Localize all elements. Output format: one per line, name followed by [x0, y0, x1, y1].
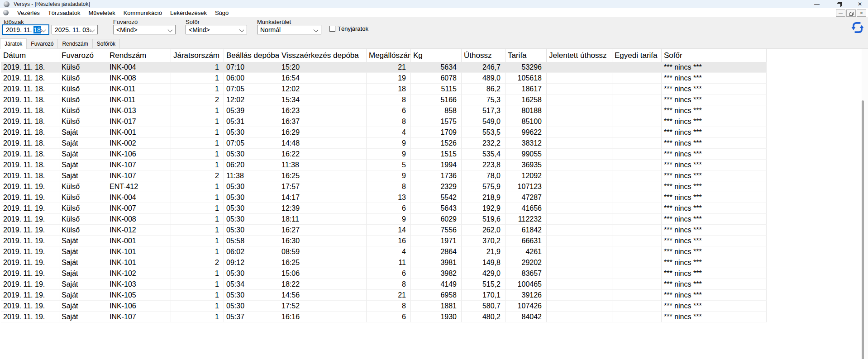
cell-kg: 6029	[411, 214, 462, 225]
table-row[interactable]: 2019. 11. 19.SajátINK-101106:0208:594286…	[1, 246, 767, 257]
cell-megalloszam: 6	[367, 268, 411, 279]
cell-beallas-depoba: 09:12	[224, 257, 279, 268]
sofor-value: <Mind>	[189, 26, 210, 33]
cell-uthossz: 246,7	[462, 62, 506, 73]
cell-fuvarozo: Saját	[59, 268, 107, 279]
table-row[interactable]: 2019. 11. 19.SajátINK-101209:1216:251139…	[1, 257, 767, 268]
cell-megalloszam: 6	[367, 105, 411, 116]
table-row[interactable]: 2019. 11. 18.SajátINK-107106:2011:385199…	[1, 160, 767, 170]
cell-megalloszam: 14	[367, 225, 411, 236]
table-row[interactable]: 2019. 11. 18.KülsőINK-011107:0512:021851…	[1, 84, 767, 94]
table-row[interactable]: 2019. 11. 19.KülsőINK-008105:3018:119602…	[1, 214, 767, 225]
column-header-tarifa[interactable]: Tarifa	[506, 49, 547, 62]
mdi-minimize-icon[interactable]: —	[836, 9, 845, 17]
cell-visszaerkezes-depoba: 16:25	[279, 257, 367, 268]
cell-beallas-depoba: 07:05	[224, 84, 279, 94]
tab-soforok[interactable]: Sofőrök	[92, 39, 120, 48]
tenyjaratok-checkbox[interactable]	[329, 26, 335, 32]
cell-uthossz: 170,1	[462, 290, 506, 301]
cell-fuvarozo: Saját	[59, 138, 107, 149]
sofor-select[interactable]: <Mind>	[186, 25, 247, 34]
table-row[interactable]: 2019. 11. 19.SajátINK-103105:3418:228414…	[1, 279, 767, 290]
munkaterulet-select[interactable]: Normál	[257, 25, 321, 34]
cell-jelentett-uthossz	[547, 116, 612, 127]
cell-uthossz: 515,2	[462, 279, 506, 290]
cell-fuvarozo: Saját	[59, 257, 107, 268]
grid-body: 2019. 11. 18.KülsőINK-004107:1015:202156…	[1, 62, 767, 322]
menu-muveletek[interactable]: Műveletek	[84, 9, 119, 17]
column-header-megalloszam[interactable]: Megállószám	[367, 49, 411, 62]
cell-egyedi-tarifa	[612, 301, 662, 312]
table-row[interactable]: 2019. 11. 19.KülsőINK-004105:3014:171355…	[1, 192, 767, 203]
restore-icon[interactable]	[831, 0, 846, 8]
tab-fuvarozo[interactable]: Fuvarozó	[26, 39, 58, 48]
table-row[interactable]: 2019. 11. 19.SajátINK-102105:3015:066398…	[1, 268, 767, 279]
table-row[interactable]: 2019. 11. 19.SajátINK-105105:3014:562169…	[1, 290, 767, 301]
column-header-jaratsorszam[interactable]: Járatsorszám	[171, 49, 224, 62]
table-row[interactable]: 2019. 11. 18.KülsőINK-011212:0215:348516…	[1, 94, 767, 105]
cell-megalloszam: 8	[367, 301, 411, 312]
column-header-sofor[interactable]: Sofőr	[662, 49, 767, 62]
column-header-rendszam[interactable]: Rendszám	[107, 49, 171, 62]
close-icon[interactable]: ✕	[852, 0, 868, 8]
table-row[interactable]: 2019. 11. 18.KülsőINK-017105:3116:378157…	[1, 116, 767, 127]
table-row[interactable]: 2019. 11. 18.KülsőINK-004107:1015:202156…	[1, 62, 767, 73]
vertical-scrollbar[interactable]	[862, 49, 868, 359]
cell-egyedi-tarifa	[612, 170, 662, 181]
fuvarozo-label: Fuvarozó	[113, 19, 138, 25]
chevron-down-icon[interactable]	[168, 28, 173, 33]
menu-lekerdezesek[interactable]: Lekérdezések	[166, 9, 211, 17]
table-row[interactable]: 2019. 11. 18.SajátINK-001105:3016:294170…	[1, 127, 767, 138]
table-row[interactable]: 2019. 11. 18.SajátINK-106105:3016:229151…	[1, 149, 767, 160]
table-row[interactable]: 2019. 11. 18.SajátINK-002107:0514:489152…	[1, 138, 767, 149]
menu-vezerles[interactable]: Vezérlés	[13, 9, 44, 17]
tab-rendszam[interactable]: Rendszám	[57, 39, 92, 48]
title-bar: Versys - [Részletes járatadatok] — ✕	[0, 0, 868, 8]
cell-sofor: *** nincs ***	[662, 257, 767, 268]
cell-sofor: *** nincs ***	[662, 127, 767, 138]
column-header-fuvarozo[interactable]: Fuvarozó	[59, 49, 107, 62]
cell-jaratsorszam: 1	[171, 268, 224, 279]
menu-torzsadatok[interactable]: Törzsadatok	[44, 9, 85, 17]
mdi-restore-glyph-icon	[849, 12, 853, 15]
date-to-input[interactable]: 2025. 11. 03.	[52, 25, 98, 34]
column-header-kg[interactable]: Kg	[411, 49, 462, 62]
column-header-uthossz[interactable]: Úthossz	[462, 49, 506, 62]
vertical-scrollbar-thumb[interactable]	[862, 100, 864, 359]
menu-sugo[interactable]: Súgó	[211, 9, 233, 17]
table-row[interactable]: 2019. 11. 19.SajátINK-107105:3716:166193…	[1, 312, 767, 322]
cell-rendszam: INK-106	[107, 301, 171, 312]
cell-egyedi-tarifa	[612, 225, 662, 236]
column-header-datum[interactable]: Dátum	[1, 49, 59, 62]
chevron-down-icon[interactable]	[239, 28, 244, 33]
table-row[interactable]: 2019. 11. 18.SajátINK-107211:3816:259173…	[1, 170, 767, 181]
cell-egyedi-tarifa	[612, 149, 662, 160]
table-row[interactable]: 2019. 11. 19.SajátINK-106105:3017:528188…	[1, 301, 767, 312]
tab-jaratok[interactable]: Járatok	[0, 38, 27, 49]
table-row[interactable]: 2019. 11. 19.KülsőINK-007105:3012:396564…	[1, 203, 767, 214]
column-header-egyedi-tarifa[interactable]: Egyedi tarifa	[612, 49, 662, 62]
column-header-jelentett-uthossz[interactable]: Jelentett úthossz	[547, 49, 612, 62]
table-row[interactable]: 2019. 11. 19.KülsőINK-012105:3016:271475…	[1, 225, 767, 236]
fuvarozo-select[interactable]: <Mind>	[113, 25, 176, 34]
column-header-beallas-depoba[interactable]: Beállás depóba	[224, 49, 279, 62]
cell-tarifa: 83657	[506, 268, 547, 279]
mdi-close-icon[interactable]: ✕	[857, 9, 866, 17]
mdi-restore-icon[interactable]	[846, 9, 856, 17]
cell-jelentett-uthossz	[547, 62, 612, 73]
cell-rendszam: INK-107	[107, 312, 171, 322]
table-row[interactable]: 2019. 11. 18.KülsőINK-008106:0016:541960…	[1, 73, 767, 84]
cell-rendszam: INK-011	[107, 84, 171, 94]
table-row[interactable]: 2019. 11. 19.SajátINK-001105:5816:301619…	[1, 236, 767, 246]
grid-area: DátumFuvarozóRendszámJáratsorszámBeállás…	[0, 49, 868, 359]
refresh-button[interactable]	[850, 20, 865, 35]
cell-rendszam: INK-001	[107, 127, 171, 138]
menu-kommunikacio[interactable]: Kommunikáció	[119, 9, 166, 17]
cell-jelentett-uthossz	[547, 268, 612, 279]
minimize-icon[interactable]: —	[809, 0, 825, 8]
table-row[interactable]: 2019. 11. 19.KülsőENT-412105:3017:578232…	[1, 181, 767, 192]
table-row[interactable]: 2019. 11. 18.KülsőINK-013105:3916:236858…	[1, 105, 767, 116]
chevron-down-icon[interactable]	[314, 28, 319, 33]
column-header-visszaerkezes-depoba[interactable]: Visszaérkezés depóba	[279, 49, 367, 62]
date-from-input[interactable]: 2019. 11. 18.	[3, 25, 49, 34]
